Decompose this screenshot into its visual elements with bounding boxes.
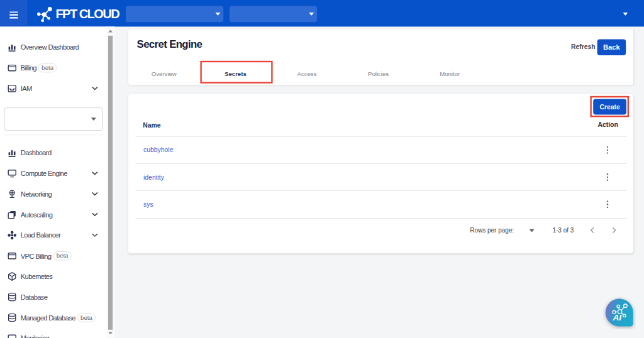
svg-text:AI: AI <box>612 313 622 322</box>
